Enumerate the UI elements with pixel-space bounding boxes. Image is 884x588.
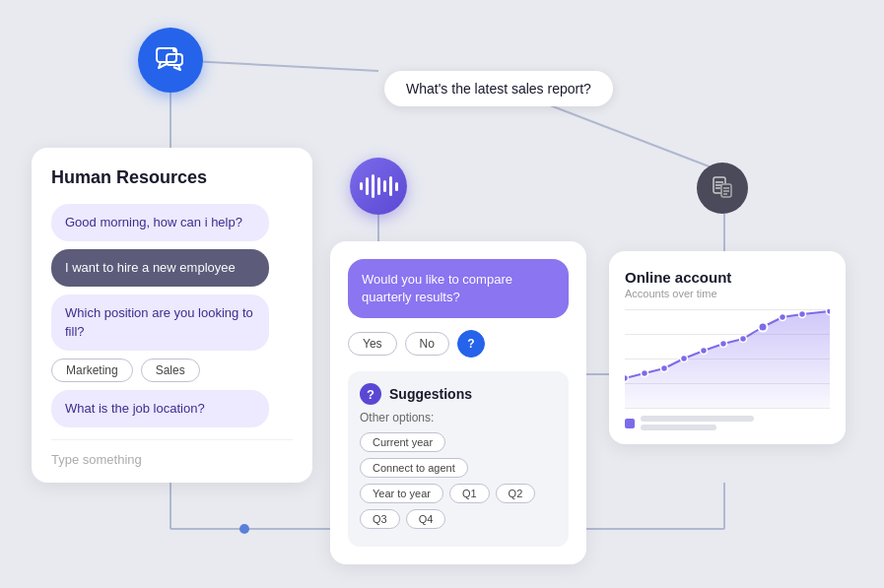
- voice-query-bubble: What's the latest sales report?: [384, 71, 613, 106]
- scene: What's the latest sales report? Human Re…: [0, 0, 884, 588]
- voice-icon-circle[interactable]: [350, 158, 407, 215]
- compare-bubble: Would you like to compare quarterly resu…: [348, 259, 569, 318]
- svg-point-15: [172, 48, 176, 52]
- chat-tags: Marketing Sales: [51, 359, 293, 382]
- pill-row-2: Year to year Q1 Q2 Q3 Q4: [360, 484, 557, 529]
- chat-message-2: I want to hire a new employee: [51, 249, 269, 287]
- other-options-label: Other options:: [360, 411, 557, 425]
- voice-query-text: What's the latest sales report?: [406, 81, 591, 97]
- svg-point-32: [780, 314, 786, 321]
- svg-point-28: [701, 348, 708, 355]
- pill-q2[interactable]: Q2: [496, 484, 536, 503]
- tag-marketing[interactable]: Marketing: [51, 359, 133, 382]
- hr-input-placeholder[interactable]: Type something: [51, 439, 293, 467]
- pill-row-1: Current year Connect to agent: [360, 432, 557, 478]
- account-subtitle: Accounts over time: [625, 288, 830, 299]
- pill-year-to-year[interactable]: Year to year: [360, 484, 443, 503]
- suggestions-card: Would you like to compare quarterly resu…: [330, 241, 586, 564]
- suggestions-box: ? Suggestions Other options: Current yea…: [348, 371, 569, 547]
- legend-text-lines: [641, 416, 830, 430]
- pill-connect-agent[interactable]: Connect to agent: [360, 458, 468, 478]
- svg-point-30: [740, 336, 747, 343]
- voice-bars: [360, 174, 398, 198]
- tag-sales[interactable]: Sales: [141, 359, 200, 382]
- svg-point-26: [661, 365, 668, 372]
- chat-message-3: Which position are you looking to fill?: [51, 294, 269, 350]
- suggestion-icon: ?: [360, 383, 381, 405]
- chart-container: [625, 309, 830, 408]
- suggestions-title: Suggestions: [389, 386, 472, 402]
- svg-point-25: [642, 370, 648, 377]
- chat-message-4: What is the job location?: [51, 390, 269, 427]
- help-button[interactable]: ?: [457, 330, 485, 358]
- suggestions-header: ? Suggestions: [360, 383, 557, 405]
- line-chart: [625, 309, 830, 408]
- hr-card: Human Resources Good morning, how can i …: [32, 148, 312, 483]
- svg-point-29: [720, 341, 727, 348]
- pill-q3[interactable]: Q3: [360, 509, 400, 529]
- svg-point-31: [759, 323, 768, 332]
- legend-row: [625, 416, 830, 430]
- hr-card-title: Human Resources: [51, 167, 293, 188]
- document-icon-circle: [697, 163, 748, 214]
- svg-line-3: [532, 98, 724, 172]
- pill-q1[interactable]: Q1: [449, 484, 490, 503]
- svg-point-27: [681, 356, 688, 362]
- chat-icon-circle: [138, 28, 203, 93]
- account-card: Online account Accounts over time: [609, 251, 846, 444]
- svg-rect-14: [167, 54, 182, 65]
- svg-point-33: [799, 311, 806, 318]
- legend-color: [625, 419, 635, 428]
- svg-point-34: [827, 309, 831, 315]
- pill-current-year[interactable]: Current year: [360, 432, 445, 452]
- yes-button[interactable]: Yes: [348, 332, 397, 356]
- svg-point-9: [239, 524, 249, 534]
- no-button[interactable]: No: [405, 332, 449, 356]
- account-title: Online account: [625, 269, 830, 286]
- yes-no-row: Yes No ?: [348, 330, 569, 358]
- pill-q4[interactable]: Q4: [406, 509, 446, 529]
- chat-message-1: Good morning, how can i help?: [51, 204, 269, 241]
- svg-point-24: [625, 375, 629, 382]
